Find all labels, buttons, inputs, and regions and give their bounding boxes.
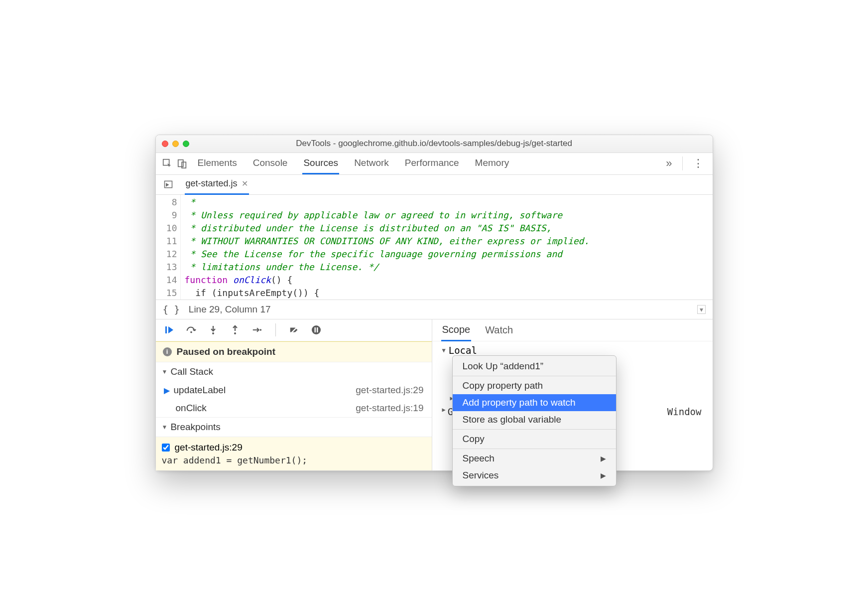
breakpoint-item: get-started.js:29 var addend1 = getNumbe… (156, 437, 432, 470)
menu-item[interactable]: Look Up “addend1” (453, 358, 616, 375)
paused-banner: i Paused on breakpoint (156, 341, 432, 362)
deactivate-breakpoints-icon[interactable] (289, 324, 300, 335)
info-icon: i (163, 347, 172, 356)
close-tab-icon[interactable]: ✕ (242, 179, 248, 188)
scope-body: ▼ Local addend1 ad su ▶ th ▶ G (432, 341, 713, 420)
menu-item[interactable]: Copy (453, 431, 616, 448)
more-menu-icon[interactable]: ⋮ (688, 157, 709, 170)
scope-tab-scope[interactable]: Scope (441, 319, 472, 341)
svg-point-6 (212, 332, 214, 334)
file-tab-active[interactable]: get-started.js ✕ (185, 174, 249, 195)
callstack-label: Call Stack (170, 366, 213, 377)
menu-item[interactable]: Speech▶ (453, 450, 616, 467)
status-dropdown-icon[interactable]: ▾ (697, 305, 706, 314)
panel-tabs: ElementsConsoleSourcesNetworkPerformance… (197, 152, 661, 174)
tab-network[interactable]: Network (353, 152, 390, 174)
menu-item[interactable]: Services▶ (453, 467, 616, 484)
step-into-icon[interactable] (208, 324, 219, 335)
debugger-panes: i Paused on breakpoint ▼ Call Stack ▶upd… (156, 319, 713, 470)
inspect-element-icon[interactable] (160, 156, 175, 171)
file-tabs: get-started.js ✕ (156, 175, 713, 195)
separator (682, 156, 683, 170)
tab-performance[interactable]: Performance (404, 152, 460, 174)
scope-pane: ScopeWatch ▼ Local addend1 ad su ▶ th (432, 319, 713, 470)
scope-tab-watch[interactable]: Watch (484, 319, 514, 340)
paused-text: Paused on breakpoint (177, 346, 275, 357)
svg-rect-4 (165, 326, 167, 333)
svg-point-8 (259, 329, 261, 331)
resume-icon[interactable] (164, 324, 175, 335)
code-editor[interactable]: 8910111213141516 * * Unless required by … (156, 195, 713, 300)
callstack-frame[interactable]: onClickget-started.js:19 (156, 399, 432, 417)
pretty-print-icon[interactable]: { } (163, 304, 180, 315)
scope-tabs: ScopeWatch (432, 319, 713, 341)
callstack-pane: i Paused on breakpoint ▼ Call Stack ▶upd… (156, 319, 432, 470)
breakpoint-location[interactable]: get-started.js:29 (175, 442, 243, 453)
svg-point-7 (234, 332, 236, 334)
debug-toolbar (156, 319, 432, 341)
step-over-icon[interactable] (186, 324, 197, 335)
menu-item[interactable]: Add property path to watch (453, 394, 616, 411)
collapse-icon: ▼ (162, 368, 168, 375)
separator (275, 323, 276, 336)
breakpoints-label: Breakpoints (170, 422, 220, 433)
context-menu: Look Up “addend1”Copy property pathAdd p… (452, 355, 617, 486)
callstack-header[interactable]: ▼ Call Stack (156, 362, 432, 381)
window-title: DevTools - googlechrome.github.io/devtoo… (156, 139, 713, 149)
scope-local-label: Local (449, 345, 477, 356)
tab-sources[interactable]: Sources (302, 152, 339, 174)
svg-point-10 (312, 325, 321, 334)
device-toolbar-icon[interactable] (175, 156, 190, 171)
tab-console[interactable]: Console (252, 152, 289, 174)
tab-elements[interactable]: Elements (197, 152, 238, 174)
svg-point-5 (190, 331, 192, 333)
svg-rect-11 (314, 327, 316, 332)
menu-item[interactable]: Copy property path (453, 377, 616, 394)
main-toolbar: ElementsConsoleSourcesNetworkPerformance… (156, 153, 713, 175)
collapse-icon: ▼ (162, 424, 168, 431)
svg-rect-12 (317, 327, 318, 332)
editor-status-bar: { } Line 29, Column 17 ▾ (156, 300, 713, 319)
scope-global-type: Window (667, 406, 708, 417)
step-icon[interactable] (251, 324, 262, 335)
titlebar: DevTools - googlechrome.github.io/devtoo… (156, 135, 713, 153)
line-gutter: 8910111213141516 (156, 195, 181, 300)
tab-memory[interactable]: Memory (474, 152, 510, 174)
breakpoints-header[interactable]: ▼ Breakpoints (156, 417, 432, 437)
overflow-tabs-icon[interactable]: » (661, 157, 677, 170)
svg-rect-2 (182, 162, 186, 168)
navigator-toggle-icon[interactable] (161, 179, 176, 189)
svg-rect-1 (178, 160, 183, 167)
step-out-icon[interactable] (230, 324, 241, 335)
breakpoint-code: var addend1 = getNumber1(); (162, 453, 426, 465)
devtools-window: DevTools - googlechrome.github.io/devtoo… (155, 135, 713, 471)
breakpoint-checkbox[interactable] (162, 444, 170, 452)
pause-exceptions-icon[interactable] (311, 324, 322, 335)
code-lines: * * Unless required by applicable law or… (181, 195, 590, 300)
file-tab-label: get-started.js (186, 178, 238, 189)
menu-item[interactable]: Store as global variable (453, 411, 616, 428)
scope-local-header[interactable]: ▼ Local (437, 344, 708, 356)
cursor-position: Line 29, Column 17 (189, 304, 271, 315)
callstack-frame[interactable]: ▶updateLabelget-started.js:29 (156, 381, 432, 399)
